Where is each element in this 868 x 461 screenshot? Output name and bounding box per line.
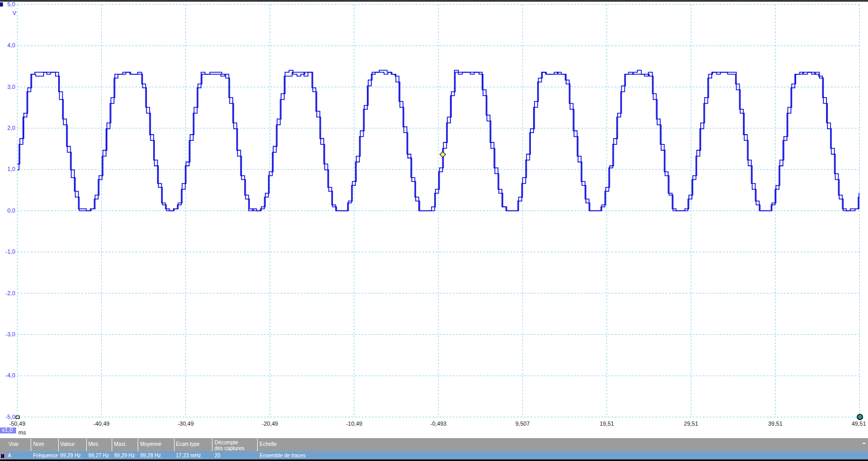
svg-text:9,507: 9,507 xyxy=(515,420,530,427)
svg-text:5,0: 5,0 xyxy=(7,1,15,7)
svg-text:49,51: 49,51 xyxy=(851,420,866,427)
svg-text:-3,0: -3,0 xyxy=(5,331,15,337)
svg-text:-10,49: -10,49 xyxy=(346,420,362,427)
svg-text:1,0: 1,0 xyxy=(7,166,15,172)
svg-text:-1,0: -1,0 xyxy=(5,248,15,255)
svg-text:-50,49: -50,49 xyxy=(9,420,25,427)
svg-text:0,0: 0,0 xyxy=(7,207,15,214)
svg-text:39,51: 39,51 xyxy=(768,420,783,427)
svg-text:-2,0: -2,0 xyxy=(5,290,15,296)
svg-text:4,0: 4,0 xyxy=(7,42,15,48)
svg-text:-30,49: -30,49 xyxy=(178,420,194,427)
svg-text:-5,0: -5,0 xyxy=(5,414,15,420)
svg-text:2,0: 2,0 xyxy=(7,125,15,131)
svg-text:V: V xyxy=(12,10,17,16)
svg-text:-0,493: -0,493 xyxy=(430,420,446,427)
svg-text:19,51: 19,51 xyxy=(599,420,614,427)
svg-text:29,51: 29,51 xyxy=(684,420,699,427)
svg-text:x1,0: x1,0 xyxy=(2,427,13,433)
svg-text:3,0: 3,0 xyxy=(7,84,15,90)
svg-text:-40,49: -40,49 xyxy=(94,420,110,427)
svg-text:-20,49: -20,49 xyxy=(262,420,278,427)
svg-text:ms: ms xyxy=(18,429,26,436)
svg-text:-4,0: -4,0 xyxy=(5,372,15,378)
